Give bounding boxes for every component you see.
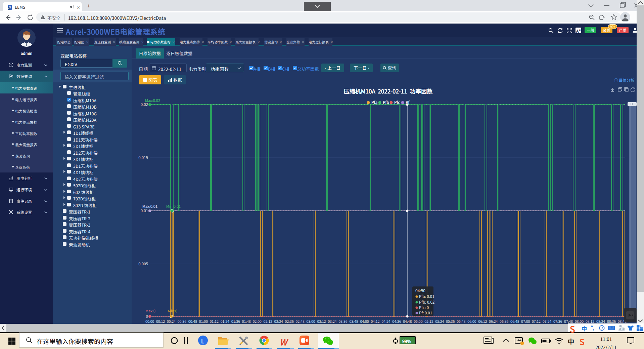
svg-text:08:12: 08:12 [586,319,594,324]
svg-text:Pf: 0.01: Pf: 0.01 [419,310,432,315]
svg-text:04:50: 04:50 [415,287,425,293]
svg-text:Max:0.01: Max:0.01 [142,203,157,209]
svg-text:04:00: 04:00 [360,319,369,324]
svg-text:00:24: 00:24 [167,319,176,324]
svg-text:06:48: 06:48 [510,319,519,324]
svg-text:00:48: 00:48 [188,319,197,324]
svg-text:02:12: 02:12 [264,319,272,324]
svg-text:02:36: 02:36 [285,319,294,324]
svg-text:06:36: 06:36 [500,319,508,324]
svg-text:03:36: 03:36 [338,319,347,324]
svg-text:06:24: 06:24 [489,319,498,324]
svg-text:Pfb: Pfb [383,99,389,105]
svg-text:01:12: 01:12 [210,319,219,324]
svg-text:0: 0 [146,313,148,319]
svg-text:04:36: 04:36 [392,319,401,324]
svg-text:00:12: 00:12 [156,319,165,324]
svg-text:01:36: 01:36 [231,319,240,324]
svg-text:08:24: 08:24 [596,319,605,324]
svg-text:Pfc: Pfc [394,99,400,105]
svg-text:04:24: 04:24 [381,319,390,324]
svg-text:02:48: 02:48 [296,319,305,324]
svg-text:08:00: 08:00 [575,319,584,324]
svg-text:07:12: 07:12 [532,319,541,324]
svg-text:07:00: 07:00 [521,319,530,324]
svg-text:Pfc: 0: Pfc: 0 [419,305,429,310]
svg-text:18: 18 [622,327,624,331]
svg-text:Max:0: Max:0 [145,308,155,313]
svg-text:05:00: 05:00 [414,319,422,324]
svg-text:03:00: 03:00 [306,319,315,324]
svg-text:Pfa: Pfa [371,99,377,105]
svg-text:Pfa: 0.01: Pfa: 0.01 [419,294,434,299]
svg-text:00:36: 00:36 [178,319,186,324]
svg-text:06:12: 06:12 [478,319,487,324]
svg-text:05:48: 05:48 [457,319,465,324]
svg-text:04:48: 04:48 [403,319,412,324]
svg-text:02:24: 02:24 [274,319,283,324]
svg-text:03:12: 03:12 [317,319,326,324]
svg-text:01:00: 01:00 [199,319,208,324]
svg-text:08:36: 08:36 [607,319,616,324]
svg-text:01:24: 01:24 [221,319,229,324]
svg-text:05:12: 05:12 [424,319,433,324]
svg-text:03:48: 03:48 [349,319,358,324]
svg-text:05:24: 05:24 [435,319,444,324]
svg-text:07:36: 07:36 [553,319,562,324]
svg-text:Min:0: Min:0 [168,308,177,313]
svg-text:02:00: 02:00 [253,319,262,324]
svg-text:05:36: 05:36 [446,319,455,324]
svg-text:07:24: 07:24 [543,319,551,324]
svg-text:01:48: 01:48 [242,319,251,324]
svg-text:Max:0.02: Max:0.02 [145,98,160,103]
svg-text:0.005: 0.005 [138,261,148,266]
svg-text:03:24: 03:24 [328,319,336,324]
svg-text:00:00: 00:00 [145,319,154,324]
svg-text:04:12: 04:12 [371,319,379,324]
svg-text:Pfb: 0.02: Pfb: 0.02 [419,299,434,305]
svg-text:0.015: 0.015 [138,155,148,160]
svg-text:06:00: 06:00 [467,319,476,324]
svg-text:Min:0.01: Min:0.01 [166,203,181,209]
